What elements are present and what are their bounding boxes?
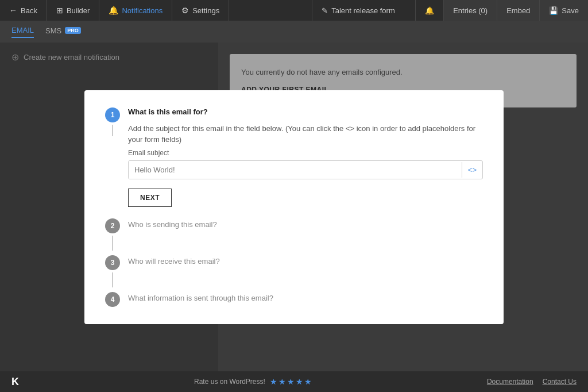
email-subject-input-wrap: <> — [128, 160, 483, 179]
star-4: ★ — [296, 377, 303, 386]
pro-badge: PRO — [65, 27, 81, 34]
step-1-circle: 1 — [105, 107, 120, 122]
star-1: ★ — [270, 377, 277, 386]
footer-links: Documentation Contact Us — [487, 378, 577, 386]
gear-icon: ⚙ — [181, 6, 189, 15]
placeholder-icon-button[interactable]: <> — [462, 162, 482, 178]
star-5: ★ — [304, 377, 312, 386]
wizard-step-1: 1 What is this email for? Add the subjec… — [105, 107, 483, 207]
step-4-circle: 4 — [105, 292, 120, 307]
settings-tab[interactable]: ⚙ Settings — [172, 0, 229, 21]
builder-tab[interactable]: ⊞ Builder — [47, 0, 99, 21]
step-3-label: Who will receive this email? — [128, 257, 220, 266]
step-2-circle: 2 — [105, 218, 120, 233]
star-3: ★ — [287, 377, 295, 386]
step-1-description: Add the subject for this email in the fi… — [128, 123, 483, 145]
step-4-label: What information is sent through this em… — [128, 294, 273, 302]
top-navigation: ← Back ⊞ Builder 🔔 Notifications ⚙ Setti… — [0, 0, 588, 21]
builder-icon: ⊞ — [56, 6, 63, 15]
step-1-content: What is this email for? Add the subject … — [128, 107, 483, 207]
modal-overlay: 1 What is this email for? Add the subjec… — [0, 43, 588, 371]
notification-bell-icon: 🔔 — [425, 6, 434, 15]
nav-right-group: ✎ Talent release form 🔔 Entries (0) Embe… — [312, 0, 588, 21]
back-icon: ← — [9, 6, 17, 15]
entries-button[interactable]: Entries (0) — [443, 0, 497, 21]
bell-notification-icon[interactable]: 🔔 — [415, 0, 443, 21]
footer: K Rate us on WordPress! ★ ★ ★ ★ ★ Docume… — [0, 371, 588, 392]
email-tab[interactable]: EMAIL — [11, 26, 34, 38]
email-subject-input[interactable] — [129, 161, 462, 179]
rate-text: Rate us on WordPress! — [194, 378, 265, 386]
sms-tab[interactable]: SMS PRO — [45, 26, 81, 37]
back-button[interactable]: ← Back — [0, 0, 47, 21]
bell-icon: 🔔 — [109, 6, 118, 15]
save-button[interactable]: 💾 Save — [539, 0, 588, 21]
email-subject-label: Email subject — [128, 149, 483, 157]
star-2: ★ — [278, 377, 286, 386]
step-2-label: Who is sending this email? — [128, 220, 217, 229]
notifications-tab[interactable]: 🔔 Notifications — [99, 0, 172, 21]
wizard-step-2: 2 Who is sending this email? — [105, 218, 483, 251]
save-icon: 💾 — [549, 6, 558, 15]
wizard-step-4: 4 What information is sent through this … — [105, 292, 483, 307]
wizard-step-3: 3 Who will receive this email? — [105, 255, 483, 287]
star-rating[interactable]: ★ ★ ★ ★ ★ — [270, 377, 312, 386]
contact-link[interactable]: Contact Us — [543, 378, 577, 386]
embed-button[interactable]: Embed — [497, 0, 539, 21]
logo: K — [11, 376, 19, 388]
footer-center: Rate us on WordPress! ★ ★ ★ ★ ★ — [194, 377, 312, 386]
step-3-circle: 3 — [105, 255, 120, 270]
next-button[interactable]: NEXT — [128, 189, 172, 207]
sub-navigation: EMAIL SMS PRO — [0, 21, 588, 43]
documentation-link[interactable]: Documentation — [487, 378, 533, 386]
email-wizard-modal: 1 What is this email for? Add the subjec… — [84, 90, 504, 324]
form-title: ✎ Talent release form — [312, 0, 415, 21]
edit-icon: ✎ — [322, 6, 328, 15]
step-1-title: What is this email for? — [128, 107, 483, 116]
